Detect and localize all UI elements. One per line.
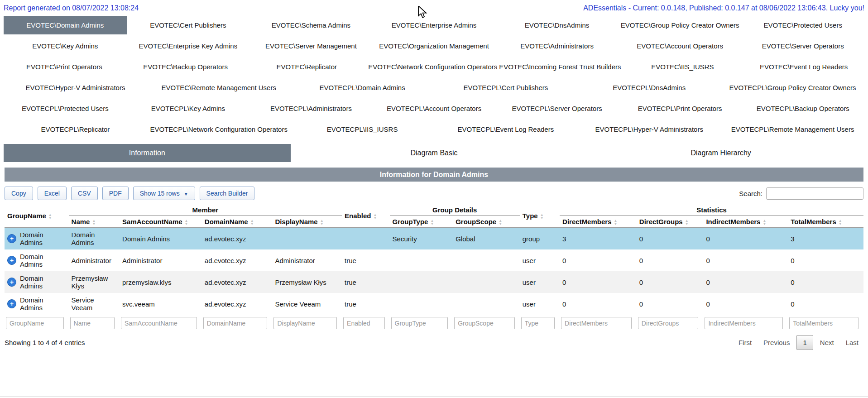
table-row[interactable]: +Domain AdminsDomain AdminsDomain Admins… — [5, 228, 863, 250]
group-tab-evotecpl-key-admins[interactable]: EVOTECPL\Key Admins — [127, 99, 250, 118]
group-tab-evotecpl-protected-users[interactable]: EVOTECPL\Protected Users — [4, 99, 127, 118]
group-tab-evotec-schema-admins[interactable]: EVOTEC\Schema Admins — [249, 16, 373, 34]
column-header-totalmembers[interactable]: TotalMembers▲▼ — [788, 216, 863, 228]
pagination-current-page[interactable]: 1 — [796, 335, 813, 350]
column-header-directgroups[interactable]: DirectGroups▲▼ — [637, 216, 704, 228]
column-group-group-details: Group Details — [390, 204, 520, 216]
filter-input-totalmembers[interactable] — [789, 317, 858, 329]
group-tab-evotec-remote-management-users[interactable]: EVOTEC\Remote Management Users — [147, 78, 291, 97]
column-header-indirectmembers[interactable]: IndirectMembers▲▼ — [703, 216, 788, 228]
group-tab-evotec-enterprise-key-admins[interactable]: EVOTEC\Enterprise Key Admins — [127, 37, 250, 55]
group-tab-evotec-account-operators[interactable]: EVOTEC\Account Operators — [619, 37, 742, 55]
group-tab-evotecpl-group-policy-creator-owners[interactable]: EVOTECPL\Group Policy Creator Owners — [721, 78, 864, 97]
group-tab-evotec-print-operators[interactable]: EVOTEC\Print Operators — [4, 58, 125, 76]
group-tab-evotecpl-dnsadmins[interactable]: EVOTECPL\DnsAdmins — [577, 78, 721, 97]
filter-input-name[interactable] — [70, 317, 115, 329]
group-tab-evotecpl-iis-iusrs[interactable]: EVOTECPL\IIS_IUSRS — [291, 120, 434, 139]
group-tab-evotec-incoming-forest-trust-builders[interactable]: EVOTEC\Incoming Forest Trust Builders — [498, 58, 622, 76]
group-tab-evotec-key-admins[interactable]: EVOTEC\Key Admins — [4, 37, 127, 55]
column-group-member: Member — [69, 204, 342, 216]
filter-input-groupscope[interactable] — [454, 317, 515, 329]
expand-row-button[interactable]: + — [7, 256, 16, 265]
column-header-directmembers[interactable]: DirectMembers▲▼ — [560, 216, 637, 228]
group-tab-evotecpl-replicator[interactable]: EVOTECPL\Replicator — [4, 120, 147, 139]
filter-input-directmembers[interactable] — [561, 317, 632, 329]
filter-input-samaccountname[interactable] — [121, 317, 197, 329]
group-tab-evotec-dnsadmins[interactable]: EVOTEC\DnsAdmins — [495, 16, 619, 34]
group-tab-evotecpl-backup-operators[interactable]: EVOTECPL\Backup Operators — [741, 99, 864, 118]
expand-row-button[interactable]: + — [7, 278, 16, 287]
table-row[interactable]: +Domain AdminsService Veeamsvc.veeamad.e… — [5, 293, 863, 315]
group-tab-evotec-hyper-v-administrators[interactable]: EVOTEC\Hyper-V Administrators — [4, 78, 147, 97]
cell-displayname: Administrator — [272, 249, 342, 271]
group-tab-evotec-administrators[interactable]: EVOTEC\Administrators — [495, 37, 619, 55]
group-tab-evotec-protected-users[interactable]: EVOTEC\Protected Users — [741, 16, 864, 34]
table-row[interactable]: +Domain AdminsAdministratorAdministrator… — [5, 249, 863, 271]
group-tab-evotecpl-administrators[interactable]: EVOTECPL\Administrators — [249, 99, 373, 118]
column-header-groupname[interactable]: GroupName▲▼ — [5, 204, 69, 228]
column-header-type[interactable]: Type▲▼ — [520, 204, 560, 228]
csv-button[interactable]: CSV — [71, 187, 98, 200]
group-tab-evotec-network-configuration-operators[interactable]: EVOTEC\Network Configuration Operators — [367, 58, 498, 76]
column-header-samaccountname[interactable]: SamAccountName▲▼ — [120, 216, 202, 228]
group-tab-evotecpl-print-operators[interactable]: EVOTECPL\Print Operators — [619, 99, 742, 118]
group-tab-evotec-server-management[interactable]: EVOTEC\Server Management — [249, 37, 373, 55]
filter-input-directgroups[interactable] — [638, 317, 699, 329]
group-tab-evotecpl-domain-admins[interactable]: EVOTECPL\Domain Admins — [291, 78, 434, 97]
pagination-last[interactable]: Last — [841, 335, 863, 350]
pdf-button[interactable]: PDF — [102, 187, 129, 200]
view-tab-information[interactable]: Information — [4, 144, 291, 162]
column-header-domainname[interactable]: DomainName▲▼ — [202, 216, 273, 228]
show-rows-dropdown[interactable]: Show 15 rows▼ — [133, 187, 195, 200]
filter-input-groupname[interactable] — [6, 317, 64, 329]
group-tab-evotecpl-remote-management-users[interactable]: EVOTECPL\Remote Management Users — [721, 120, 864, 139]
group-tab-evotec-backup-operators[interactable]: EVOTEC\Backup Operators — [125, 58, 246, 76]
column-header-enabled[interactable]: Enabled▲▼ — [342, 204, 389, 228]
pagination-previous[interactable]: Previous — [758, 335, 795, 350]
cell-displayname: Przemysław Kłys — [272, 271, 342, 293]
group-tab-evotecpl-server-operators[interactable]: EVOTECPL\Server Operators — [495, 99, 619, 118]
group-tab-evotec-domain-admins[interactable]: EVOTEC\Domain Admins — [4, 16, 127, 34]
group-tab-evotec-group-policy-creator-owners[interactable]: EVOTEC\Group Policy Creator Owners — [619, 16, 742, 34]
group-tab-evotec-organization-management[interactable]: EVOTEC\Organization Management — [373, 37, 496, 55]
column-header-displayname[interactable]: DisplayName▲▼ — [272, 216, 342, 228]
column-header-grouptype[interactable]: GroupType▲▼ — [390, 216, 453, 228]
view-tab-diagram-basic[interactable]: Diagram Basic — [291, 144, 578, 162]
column-header-groupscope[interactable]: GroupScope▲▼ — [453, 216, 520, 228]
copy-button[interactable]: Copy — [5, 187, 33, 200]
group-tab-evotec-enterprise-admins[interactable]: EVOTEC\Enterprise Admins — [373, 16, 496, 34]
group-tab-evotec-iis-iusrs[interactable]: EVOTEC\IIS_IUSRS — [622, 58, 743, 76]
pagination-first[interactable]: First — [734, 335, 757, 350]
search-input[interactable] — [766, 187, 863, 200]
filter-input-indirectmembers[interactable] — [705, 317, 783, 329]
cell-samaccountname: svc.veeam — [120, 293, 202, 315]
group-tab-evotec-event-log-readers[interactable]: EVOTEC\Event Log Readers — [743, 58, 864, 76]
group-tab-evotecpl-network-configuration-operators[interactable]: EVOTECPL\Network Configuration Operators — [147, 120, 291, 139]
table-row[interactable]: +Domain AdminsPrzemysław Kłysprzemyslaw.… — [5, 271, 863, 293]
group-tab-evotec-replicator[interactable]: EVOTEC\Replicator — [246, 58, 367, 76]
column-header-name[interactable]: Name▲▼ — [69, 216, 120, 228]
filter-input-domainname[interactable] — [203, 317, 268, 329]
filter-input-grouptype[interactable] — [391, 317, 448, 329]
filter-input-type[interactable] — [521, 317, 555, 329]
search-builder-button[interactable]: Search Builder — [200, 187, 255, 200]
excel-button[interactable]: Excel — [38, 187, 67, 200]
cell-directmembers: 0 — [560, 293, 637, 315]
expand-row-button[interactable]: + — [7, 299, 16, 308]
cell-totalmembers: 3 — [788, 228, 863, 250]
group-tab-evotec-cert-publishers[interactable]: EVOTEC\Cert Publishers — [127, 16, 250, 34]
filter-input-enabled[interactable] — [343, 317, 384, 329]
pagination-next[interactable]: Next — [815, 335, 839, 350]
export-buttons: CopyExcelCSVPDFShow 15 rows▼Search Build… — [5, 187, 254, 200]
filter-input-displayname[interactable] — [273, 317, 337, 329]
group-tab-evotec-server-operators[interactable]: EVOTEC\Server Operators — [741, 37, 864, 55]
group-tab-evotecpl-account-operators[interactable]: EVOTECPL\Account Operators — [373, 99, 496, 118]
expand-row-button[interactable]: + — [7, 234, 16, 243]
search-area: Search: — [739, 187, 863, 200]
sort-icon: ▲▼ — [614, 219, 618, 225]
view-tab-diagram-hierarchy[interactable]: Diagram Hierarchy — [577, 144, 864, 162]
search-label: Search: — [739, 190, 762, 197]
group-tab-evotecpl-event-log-readers[interactable]: EVOTECPL\Event Log Readers — [434, 120, 577, 139]
group-tab-evotecpl-cert-publishers[interactable]: EVOTECPL\Cert Publishers — [434, 78, 577, 97]
group-tab-evotecpl-hyper-v-administrators[interactable]: EVOTECPL\Hyper-V Administrators — [577, 120, 721, 139]
